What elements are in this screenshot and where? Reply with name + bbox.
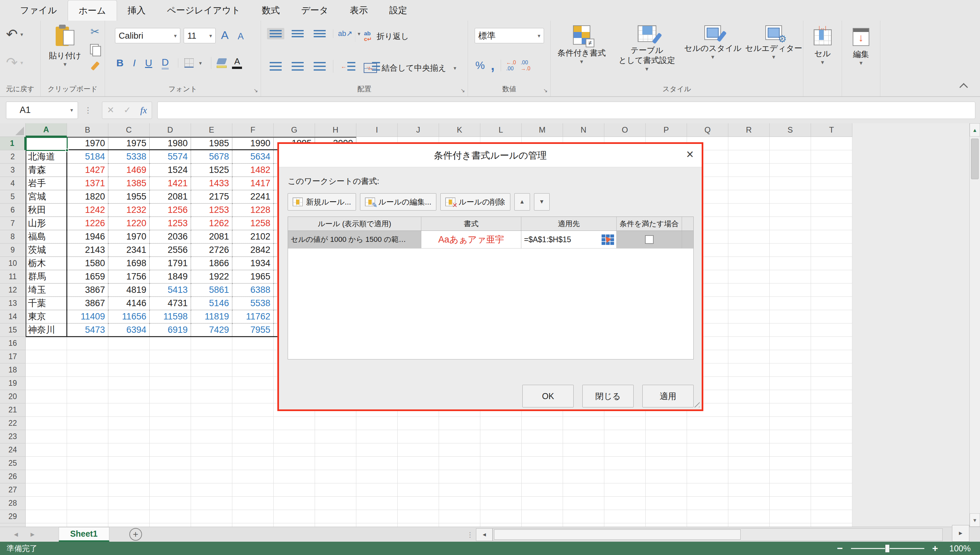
cell-P28[interactable] xyxy=(646,497,687,510)
cell-D10[interactable]: 1791 xyxy=(149,257,191,270)
cell-F25[interactable] xyxy=(232,457,274,470)
increase-decimal-icon[interactable]: ←.0.00 xyxy=(506,59,516,71)
cell-E15[interactable]: 7429 xyxy=(191,324,232,337)
cell-H30[interactable] xyxy=(315,523,356,527)
cell-B22[interactable] xyxy=(67,417,108,430)
cell-T2[interactable] xyxy=(811,150,852,164)
cell-D25[interactable] xyxy=(149,457,191,470)
cell-A12[interactable]: 埼玉 xyxy=(26,284,67,297)
menu-item-挿入[interactable]: 挿入 xyxy=(117,0,156,21)
cell-F28[interactable] xyxy=(232,497,274,510)
cell-F3[interactable]: 1482 xyxy=(232,164,274,177)
cell-T23[interactable] xyxy=(811,430,852,443)
cell-R28[interactable] xyxy=(728,497,770,510)
cell-R2[interactable] xyxy=(728,150,770,164)
cell-B1[interactable]: 1970 xyxy=(67,137,108,150)
column-header-G[interactable]: G xyxy=(274,123,315,137)
cell-B7[interactable]: 1226 xyxy=(67,217,108,230)
cell-J25[interactable] xyxy=(398,457,439,470)
align-right-icon[interactable] xyxy=(311,60,328,73)
insert-function-icon[interactable]: fx xyxy=(140,105,147,115)
cell-S12[interactable] xyxy=(770,284,811,297)
undo-button[interactable]: ↶ ▾ xyxy=(6,27,23,41)
cell-E23[interactable] xyxy=(191,430,232,443)
row-header-24[interactable]: 24 xyxy=(0,443,26,457)
cell-T13[interactable] xyxy=(811,297,852,310)
cell-B20[interactable] xyxy=(67,390,108,403)
number-format-select[interactable]: 標準 ▾ xyxy=(475,28,544,43)
row-header-27[interactable]: 27 xyxy=(0,483,26,497)
cell-I28[interactable] xyxy=(356,497,398,510)
cell-E11[interactable]: 1922 xyxy=(191,270,232,284)
cell-N27[interactable] xyxy=(563,483,604,497)
cell-F29[interactable] xyxy=(232,510,274,523)
cell-E6[interactable]: 1253 xyxy=(191,204,232,217)
cell-G23[interactable] xyxy=(274,430,315,443)
row-header-2[interactable]: 2 xyxy=(0,150,26,164)
cell-D16[interactable] xyxy=(149,337,191,350)
cell-F11[interactable]: 1965 xyxy=(232,270,274,284)
cell-I30[interactable] xyxy=(356,523,398,527)
cell-P23[interactable] xyxy=(646,430,687,443)
cell-E8[interactable]: 2081 xyxy=(191,230,232,244)
cell-T17[interactable] xyxy=(811,350,852,363)
editing-button[interactable]: ↓ 編集 ▾ xyxy=(842,21,880,96)
align-left-icon[interactable] xyxy=(267,60,284,73)
zoom-percentage[interactable]: 100% xyxy=(949,544,971,553)
chevron-down-icon[interactable]: ▾ xyxy=(199,60,202,66)
tabs-next-icon[interactable]: ► xyxy=(29,531,36,538)
cell-K30[interactable] xyxy=(439,523,480,527)
cell-R22[interactable] xyxy=(728,417,770,430)
cell-T20[interactable] xyxy=(811,390,852,403)
cell-D13[interactable]: 4731 xyxy=(149,297,191,310)
cell-T21[interactable] xyxy=(811,403,852,417)
cell-A9[interactable]: 茨城 xyxy=(26,244,67,257)
cell-A2[interactable]: 北海道 xyxy=(26,150,67,164)
column-header-O[interactable]: O xyxy=(604,123,646,137)
cell-E29[interactable] xyxy=(191,510,232,523)
cell-R16[interactable] xyxy=(728,337,770,350)
dialog-launcher-icon[interactable]: ↘ xyxy=(461,87,465,94)
cell-H29[interactable] xyxy=(315,510,356,523)
cell-A21[interactable] xyxy=(26,403,67,417)
cell-R9[interactable] xyxy=(728,244,770,257)
cell-Q30[interactable] xyxy=(687,523,728,527)
cell-A10[interactable]: 栃木 xyxy=(26,257,67,270)
select-all-corner[interactable] xyxy=(0,123,26,137)
menu-item-ホーム[interactable]: ホーム xyxy=(67,0,117,21)
menu-item-数式[interactable]: 数式 xyxy=(251,0,290,21)
cell-F1[interactable]: 1990 xyxy=(232,137,274,150)
cell-B24[interactable] xyxy=(67,443,108,457)
column-header-M[interactable]: M xyxy=(522,123,563,137)
cell-N30[interactable] xyxy=(563,523,604,527)
cell-P30[interactable] xyxy=(646,523,687,527)
row-header-29[interactable]: 29 xyxy=(0,510,26,523)
cell-C26[interactable] xyxy=(108,470,149,483)
cell-D9[interactable]: 2556 xyxy=(149,244,191,257)
cell-T25[interactable] xyxy=(811,457,852,470)
cell-R21[interactable] xyxy=(728,403,770,417)
cell-R26[interactable] xyxy=(728,470,770,483)
cell-G29[interactable] xyxy=(274,510,315,523)
cell-R27[interactable] xyxy=(728,483,770,497)
cell-K26[interactable] xyxy=(439,470,480,483)
cell-T12[interactable] xyxy=(811,284,852,297)
cell-F21[interactable] xyxy=(232,403,274,417)
cell-C11[interactable]: 1756 xyxy=(108,270,149,284)
cell-T27[interactable] xyxy=(811,483,852,497)
row-header-4[interactable]: 4 xyxy=(0,177,26,190)
cell-R5[interactable] xyxy=(728,190,770,204)
redo-button[interactable]: ↷ ▾ xyxy=(6,56,23,70)
cell-J24[interactable] xyxy=(398,443,439,457)
cell-R1[interactable] xyxy=(728,137,770,150)
cell-B23[interactable] xyxy=(67,430,108,443)
cell-L29[interactable] xyxy=(480,510,522,523)
cell-D28[interactable] xyxy=(149,497,191,510)
cell-D17[interactable] xyxy=(149,350,191,363)
cell-D22[interactable] xyxy=(149,417,191,430)
name-box[interactable]: A1 ▾ xyxy=(6,102,78,119)
cell-B13[interactable]: 3867 xyxy=(67,297,108,310)
cell-L27[interactable] xyxy=(480,483,522,497)
cell-S20[interactable] xyxy=(770,390,811,403)
cell-A24[interactable] xyxy=(26,443,67,457)
